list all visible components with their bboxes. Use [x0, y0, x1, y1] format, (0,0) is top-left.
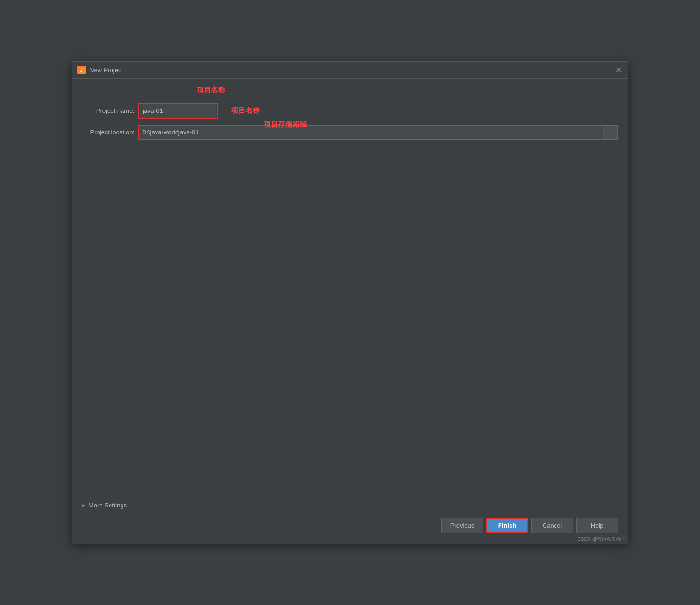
browse-button[interactable]: ...	[604, 126, 617, 139]
app-icon: J	[77, 66, 86, 74]
dialog-title: New Project	[89, 66, 123, 74]
project-location-input-wrapper: ...	[138, 125, 618, 140]
new-project-dialog: J New Project ✕ 项目名称 Project name: 项目名称 …	[72, 61, 628, 544]
form-area: 项目名称 Project name: 项目名称 Project location…	[82, 88, 618, 140]
bottom-area: ▶ More Settings Previous Finish Cancel H…	[72, 493, 628, 544]
cancel-button-label: Cancel	[543, 522, 562, 529]
title-bar-left: J New Project	[77, 66, 123, 74]
dialog-content: 项目名称 Project name: 项目名称 Project location…	[72, 79, 628, 493]
project-location-label: Project location:	[82, 129, 134, 136]
project-name-input[interactable]	[140, 104, 216, 118]
project-location-input[interactable]	[139, 126, 604, 139]
help-button[interactable]: Help	[576, 518, 618, 533]
project-name-input-wrapper	[138, 103, 218, 119]
title-bar: J New Project ✕	[72, 62, 628, 79]
browse-button-label: ...	[608, 129, 613, 136]
previous-button[interactable]: Previous	[441, 518, 483, 533]
project-name-row: Project name: 项目名称	[82, 103, 618, 119]
close-button[interactable]: ✕	[613, 65, 623, 75]
cancel-button[interactable]: Cancel	[531, 518, 573, 533]
app-icon-text: J	[80, 67, 83, 73]
finish-button[interactable]: Finish	[486, 518, 528, 533]
more-settings-toggle[interactable]: ▶ More Settings	[82, 498, 618, 513]
more-settings-arrow-icon: ▶	[82, 503, 86, 508]
more-settings-label: More Settings	[89, 502, 127, 509]
annotation-name-text: 项目名称	[197, 86, 225, 95]
help-button-label: Help	[591, 522, 604, 529]
project-location-row: Project location: ... 项目存储路径	[82, 125, 618, 140]
annotation-name-label: 项目名称	[231, 106, 260, 115]
project-name-label: Project name:	[82, 107, 134, 114]
finish-button-label: Finish	[498, 522, 516, 529]
previous-button-label: Previous	[450, 522, 475, 529]
button-row: Previous Finish Cancel Help	[82, 513, 618, 539]
